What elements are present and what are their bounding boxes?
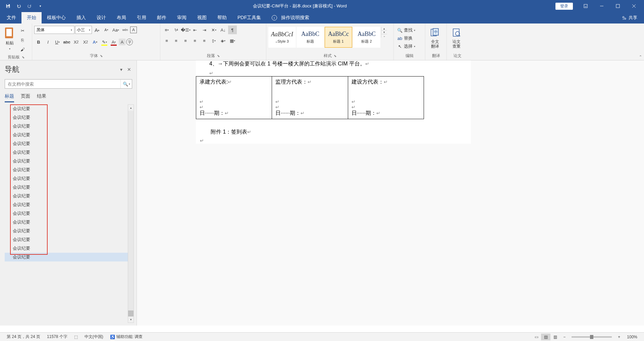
status-word-count[interactable]: 11578 个字 — [44, 334, 71, 340]
font-launcher-icon[interactable]: ⬊ — [100, 54, 103, 58]
subscript-icon[interactable]: X2 — [72, 38, 80, 46]
undo-icon[interactable] — [15, 2, 23, 10]
nav-search-input[interactable] — [5, 80, 120, 88]
table-cell[interactable]: 承建方代表:↵ ↵↵ 日······期：↵ — [196, 77, 272, 119]
nav-tab-pages[interactable]: 页面 — [21, 93, 30, 102]
paper-check-button[interactable]: 论文 查重 — [449, 25, 464, 51]
distributed-icon[interactable]: ≡ — [200, 36, 209, 45]
bullets-icon[interactable]: ≡▾ — [162, 26, 171, 34]
nav-heading-item[interactable]: 会议纪要 — [5, 253, 128, 261]
nav-heading-item[interactable]: 会议纪要 — [5, 174, 128, 183]
share-button[interactable]: 共享 — [622, 15, 643, 21]
nav-heading-item[interactable]: 会议纪要 — [5, 122, 128, 131]
zoom-slider[interactable] — [572, 336, 612, 338]
format-painter-icon[interactable]: 🖌 — [18, 45, 27, 54]
nav-heading-item[interactable]: 会议纪要 — [5, 200, 128, 209]
view-read-mode-icon[interactable]: ▭ — [532, 334, 541, 340]
show-marks-icon[interactable]: ¶ — [228, 26, 237, 34]
superscript-icon[interactable]: X2 — [81, 38, 90, 46]
nav-heading-item[interactable]: 会议纪要 — [5, 183, 128, 192]
save-icon[interactable] — [4, 2, 12, 10]
font-color-icon[interactable]: A▾ — [109, 38, 118, 46]
nav-scrollbar[interactable]: ▴ ▾ — [128, 104, 134, 323]
ribbon-options-icon[interactable] — [578, 0, 593, 12]
collapse-ribbon-icon[interactable]: ⌃ — [639, 55, 642, 59]
scroll-thumb[interactable] — [128, 310, 133, 316]
tab-file[interactable]: 文件 — [1, 12, 21, 23]
tell-me[interactable]: ♀ 操作说明搜索 — [266, 12, 315, 23]
text-effects-icon[interactable]: A▾ — [91, 38, 99, 46]
enclose-char-icon[interactable]: 字 — [126, 39, 133, 45]
char-shading-icon[interactable]: A — [119, 39, 125, 45]
styles-scroll-down-icon[interactable]: ▾ — [381, 31, 387, 34]
font-name-select[interactable]: 黑体▾ — [34, 26, 74, 34]
underline-button[interactable]: U▾ — [53, 38, 62, 46]
login-button[interactable]: 登录 — [555, 3, 573, 10]
tab-mailings[interactable]: 邮件 — [152, 12, 172, 23]
select-button[interactable]: ↖选择▾ — [396, 42, 417, 50]
cut-icon[interactable]: ✂ — [18, 26, 27, 35]
phonetic-guide-icon[interactable]: wén — [121, 26, 129, 34]
tab-pdf-tools[interactable]: PDF工具集 — [232, 12, 266, 23]
styles-scroll-up-icon[interactable]: ▴ — [381, 27, 387, 31]
nav-heading-item[interactable]: 会议纪要 — [5, 244, 128, 253]
multilevel-list-icon[interactable]: �☰▾ — [181, 26, 190, 34]
scroll-down-icon[interactable]: ▾ — [128, 316, 133, 323]
change-case-icon[interactable]: Aa▾ — [111, 26, 120, 34]
status-language[interactable]: 中文(中国) — [81, 334, 107, 340]
maximize-icon[interactable] — [610, 0, 625, 12]
nav-heading-item[interactable]: 会议纪要 — [5, 157, 128, 165]
nav-heading-item[interactable]: 会议纪要 — [5, 148, 128, 157]
justify-icon[interactable]: ≡ — [191, 36, 199, 45]
tab-insert[interactable]: 插入 — [71, 12, 91, 23]
nav-heading-item[interactable]: 会议纪要 — [5, 218, 128, 227]
replace-button[interactable]: ab替换 — [396, 34, 414, 42]
numbering-icon[interactable]: ⅟▾ — [172, 26, 180, 34]
nav-search[interactable]: 🔍▾ — [5, 79, 132, 89]
status-spellcheck-icon[interactable]: ⬚ — [71, 335, 81, 339]
italic-button[interactable]: I — [44, 38, 52, 46]
nav-heading-item[interactable]: 会议纪要 — [5, 104, 128, 113]
tab-home[interactable]: 开始 — [21, 12, 42, 23]
table-cell[interactable]: 监理方代表：↵ ↵↵ 日······期：↵ — [272, 77, 348, 119]
nav-tab-headings[interactable]: 标题 — [5, 93, 14, 102]
align-right-icon[interactable]: ≡ — [181, 36, 190, 45]
tab-template[interactable]: 模板中心 — [42, 12, 71, 23]
style-heading1[interactable]: AaBbCc 标题 1 — [325, 27, 352, 48]
tab-help[interactable]: 帮助 — [212, 12, 232, 23]
nav-heading-item[interactable]: 会议纪要 — [5, 235, 128, 244]
paragraph-launcher-icon[interactable]: ⬊ — [217, 54, 220, 58]
style-heading2[interactable]: AaBbC 标题 2 — [353, 27, 380, 48]
zoom-level[interactable]: 100% — [624, 335, 641, 339]
nav-heading-item[interactable]: 会议纪要 — [5, 131, 128, 139]
shrink-font-icon[interactable]: A▾ — [102, 26, 111, 34]
nav-heading-item[interactable]: 会议纪要 — [5, 139, 128, 148]
copy-icon[interactable]: ⎘ — [18, 36, 27, 44]
nav-heading-item[interactable]: 会议纪要 — [5, 165, 128, 174]
redo-icon[interactable] — [25, 2, 34, 10]
styles-expand-icon[interactable]: ⌄ — [381, 34, 387, 38]
increase-indent-icon[interactable]: ⇥ — [200, 26, 209, 34]
text-direction-icon[interactable]: ✕▾ — [209, 26, 218, 34]
qat-more-icon[interactable]: ▾ — [36, 2, 44, 10]
grow-font-icon[interactable]: A▴ — [93, 26, 101, 34]
tab-references[interactable]: 引用 — [131, 12, 152, 23]
document-area[interactable]: 4、→下周例会要可以在 1 号楼一楼大屏的工作站演示 CIM 平台。↵ ↵ 承建… — [137, 60, 644, 326]
scroll-up-icon[interactable]: ▴ — [128, 105, 133, 111]
tab-layout[interactable]: 布局 — [111, 12, 131, 23]
font-size-select[interactable]: 小三▾ — [75, 26, 92, 34]
clipboard-launcher-icon[interactable]: ⬊ — [22, 55, 24, 59]
decrease-indent-icon[interactable]: ⇤ — [191, 26, 199, 34]
shading-icon[interactable]: ◈▾ — [219, 36, 227, 45]
tab-review[interactable]: 审阅 — [172, 12, 192, 23]
zoom-in-button[interactable]: + — [614, 335, 624, 339]
view-print-layout-icon[interactable]: ▤ — [541, 334, 550, 340]
close-icon[interactable] — [627, 0, 641, 12]
nav-search-button[interactable]: 🔍▾ — [120, 80, 132, 88]
strikethrough-icon[interactable]: abc — [62, 38, 71, 46]
view-web-layout-icon[interactable]: ▥ — [550, 334, 560, 340]
line-spacing-icon[interactable]: ‡▾ — [209, 36, 218, 45]
tab-view[interactable]: 视图 — [192, 12, 212, 23]
align-left-icon[interactable]: ≡ — [162, 36, 171, 45]
find-button[interactable]: 🔍查找▾ — [396, 26, 417, 34]
